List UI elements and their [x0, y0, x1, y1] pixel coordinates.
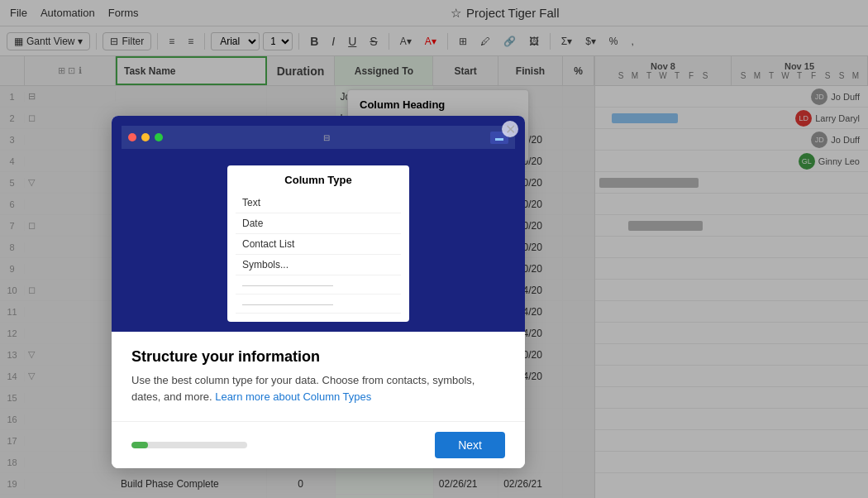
maximize-dot [155, 133, 163, 141]
next-button[interactable]: Next [435, 432, 505, 458]
modal-close-button[interactable]: ✕ [502, 121, 518, 137]
modal-description: Use the best column type for your data. … [131, 372, 505, 405]
minimize-dot [141, 133, 150, 141]
type-text[interactable]: Text [236, 193, 401, 213]
modal-overlay: ⊟ ▬ Column Type Text Date Contact List S… [0, 0, 868, 498]
card-title: Column Type [236, 174, 401, 186]
column-type-modal: ⊟ ▬ Column Type Text Date Contact List S… [112, 116, 525, 468]
card-line2: —————————— [236, 294, 401, 314]
type-symbols[interactable]: Symbols... [236, 255, 401, 275]
close-dot [128, 133, 136, 141]
card-line1: —————————— [236, 275, 401, 294]
modal-title: Structure your information [131, 348, 505, 366]
type-contact-list[interactable]: Contact List [236, 234, 401, 255]
progress-bar-fill [131, 442, 148, 448]
modal-card-area: ⊟ ▬ Column Type Text Date Contact List S… [112, 116, 525, 332]
progress-bar-background [131, 442, 247, 448]
column-type-card: Column Type Text Date Contact List Symbo… [227, 165, 409, 322]
modal-learn-more-link[interactable]: Learn more about Column Types [215, 390, 371, 403]
modal-header-bar: ⊟ ▬ [122, 126, 515, 149]
modal-footer: Next [112, 421, 525, 468]
window-title: ⊟ [168, 133, 485, 142]
modal-bottom: Structure your information Use the best … [112, 332, 525, 421]
type-date[interactable]: Date [236, 213, 401, 234]
